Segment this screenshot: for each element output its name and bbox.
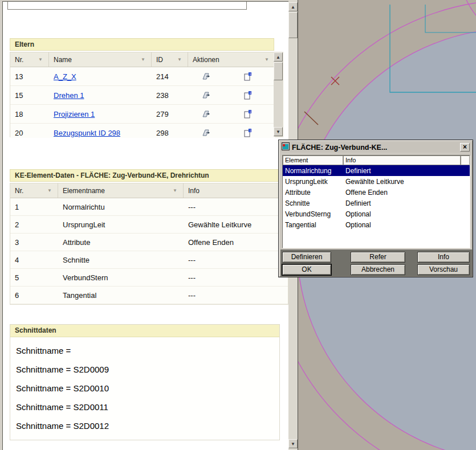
filter-icon[interactable]: ▼	[173, 188, 177, 193]
cell-nr: 18	[10, 110, 49, 118]
element-row[interactable]: Attribute Offene Enden	[283, 187, 470, 198]
scrollbar-thumb[interactable]	[274, 62, 283, 80]
element-name: Schnitte	[283, 199, 343, 207]
schnitt-line: Schnittname = S2D0010	[10, 379, 279, 398]
column-label: Nr.	[15, 56, 23, 64]
parent-feature-link[interactable]: Drehen 1	[54, 91, 84, 100]
cell-name: Drehen 1	[49, 91, 152, 100]
table-row: 1 Normalrichtu ---	[10, 198, 288, 216]
table-row: 2 UrsprungLeit Gewählte Leitkurve	[10, 216, 288, 234]
element-info: Optional	[343, 221, 470, 229]
copy-feature-icon[interactable]: 1	[243, 91, 252, 100]
dialog-app-icon	[282, 142, 290, 152]
cell-aktionen: 1	[188, 91, 275, 100]
column-header-aktionen: Aktionen ▼	[188, 52, 275, 67]
scroll-down-icon[interactable]: ▼	[274, 127, 283, 136]
info-button[interactable]: Info	[417, 252, 470, 263]
column-label: Nr.	[15, 187, 23, 195]
scroll-up-icon[interactable]: ▲	[288, 2, 298, 11]
cell-aktionen: 1	[188, 72, 275, 81]
filter-icon[interactable]: ▼	[141, 57, 145, 62]
scrollbar-thumb[interactable]	[288, 12, 298, 38]
svg-text:1: 1	[250, 110, 251, 113]
table-row: 13 A_Z_X 214 1	[10, 67, 275, 86]
column-header-name: Name ▼	[49, 52, 152, 67]
element-row[interactable]: VerbundSterng Optional	[283, 208, 470, 219]
column-label: ID	[156, 56, 163, 64]
schnittdaten-section-header: Schnittdaten	[10, 325, 279, 337]
filter-icon[interactable]: ▼	[265, 57, 269, 62]
eltern-table-header: Nr. ▼ Name ▼ ID ▼ Aktionen ▼	[10, 52, 275, 67]
feature-info-icon[interactable]	[202, 91, 211, 100]
table-row: 20 Bezugspunkt ID 298 298 1	[10, 124, 275, 138]
table-row: 15 Drehen 1 238 1	[10, 86, 275, 105]
ok-button[interactable]: OK	[282, 264, 331, 275]
column-header-nr: Nr. ▼	[10, 52, 49, 67]
element-row[interactable]: Schnitte Definiert	[283, 198, 470, 208]
element-list-header: Element Info	[283, 156, 470, 165]
parent-feature-link[interactable]: Projizieren 1	[54, 110, 95, 118]
schnitt-line: Schnittname = S2D0011	[10, 398, 279, 416]
feature-info-icon[interactable]	[202, 72, 211, 81]
cell-nr: 13	[10, 72, 49, 81]
column-label: Aktionen	[193, 56, 219, 64]
schnitt-line: Schnittname = S2D0009	[10, 360, 279, 379]
close-icon[interactable]: ×	[460, 143, 470, 152]
feature-info-icon[interactable]	[202, 109, 211, 118]
element-info: Definiert	[343, 167, 470, 175]
column-header-info: Info ▼	[184, 183, 288, 198]
element-name: Normalrichtung	[283, 167, 343, 175]
element-info: Optional	[343, 210, 470, 218]
abbrechen-button[interactable]: Abbrechen	[351, 264, 405, 275]
cell-id: 279	[152, 110, 188, 118]
parent-feature-link[interactable]: Bezugspunkt ID 298	[54, 129, 120, 137]
element-name: Attribute	[283, 189, 343, 197]
refer-button[interactable]: Refer	[351, 252, 405, 263]
cell-info: ---	[184, 291, 288, 300]
svg-text:1: 1	[250, 129, 251, 132]
parent-feature-link[interactable]: A_Z_X	[54, 72, 76, 81]
scroll-up-icon[interactable]: ▲	[274, 52, 283, 62]
eltern-scrollbar[interactable]: ▲ ▼	[274, 52, 283, 137]
column-label: Elementname	[63, 187, 105, 195]
dialog-titlebar[interactable]: FLÄCHE: Zug-Verbund-KE... ×	[280, 142, 471, 153]
svg-text:1: 1	[250, 91, 251, 95]
copy-feature-icon[interactable]: 1	[243, 109, 252, 118]
table-row: 18 Projizieren 1 279 1	[10, 105, 275, 124]
feature-info-icon[interactable]	[202, 128, 211, 137]
element-name: VerbundSterng	[283, 210, 343, 218]
list-column-element: Element	[283, 156, 343, 165]
cell-aktionen: 1	[188, 128, 275, 137]
scroll-down-icon[interactable]: ▼	[288, 439, 298, 448]
ke-section-header: KE-Element-Daten - FLÄCHE: Zug-Verbund-K…	[10, 169, 288, 182]
address-field[interactable]	[7, 2, 247, 10]
filter-icon[interactable]: ▼	[47, 188, 52, 193]
svg-text:1: 1	[250, 72, 251, 76]
filter-icon[interactable]: ▼	[38, 57, 43, 62]
element-row[interactable]: Normalrichtung Definiert	[283, 165, 470, 176]
vorschau-button[interactable]: Vorschau	[417, 264, 470, 275]
table-row: 6 Tangential ---	[10, 287, 288, 304]
cell-nr: 5	[10, 273, 58, 282]
filter-icon[interactable]: ▼	[177, 57, 182, 62]
cell-elementname: UrsprungLeit	[58, 220, 184, 229]
column-label: Name	[54, 56, 72, 64]
cell-info: Offene Enden	[184, 238, 288, 247]
dialog-button-panel: Definieren Refer Info OK Abbrechen Vorsc…	[280, 249, 472, 276]
definieren-button[interactable]: Definieren	[282, 252, 331, 263]
cell-nr: 2	[10, 220, 58, 229]
ke-element-table: Nr. ▼ Elementname ▼ Info ▼ 1 Normalricht…	[10, 183, 288, 305]
column-header-elementname: Elementname ▼	[58, 183, 184, 198]
list-column-spacer	[461, 156, 470, 165]
cell-elementname: VerbundStern	[58, 273, 184, 282]
app-window: Eltern Nr. ▼ Name ▼ ID ▼	[0, 0, 476, 450]
cell-elementname: Normalrichtu	[58, 203, 184, 211]
cell-id: 298	[152, 129, 188, 137]
cell-id: 214	[152, 72, 188, 81]
element-row[interactable]: Tangential Optional	[283, 219, 470, 230]
element-row[interactable]: UrsprungLeitk Gewählte Leitkurve	[283, 176, 470, 187]
copy-feature-icon[interactable]: 1	[243, 128, 252, 137]
cell-elementname: Schnitte	[58, 256, 184, 264]
copy-feature-icon[interactable]: 1	[243, 72, 252, 81]
column-header-id: ID ▼	[152, 52, 188, 67]
